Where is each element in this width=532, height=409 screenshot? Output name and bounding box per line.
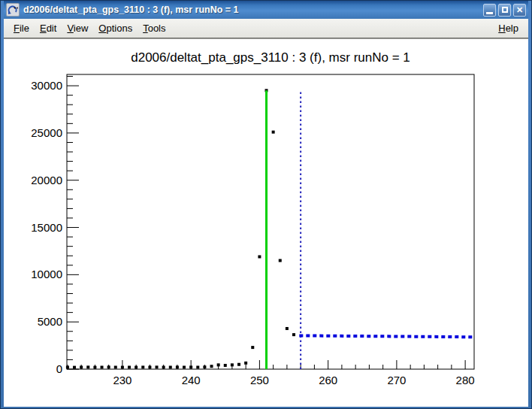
- menu-item-help[interactable]: Help: [493, 20, 524, 36]
- data-point: [272, 131, 275, 134]
- data-point: [183, 365, 186, 368]
- data-point: [121, 366, 124, 369]
- menu-bar: FileEditViewOptionsTools Help: [4, 19, 528, 38]
- plot-title: d2006/deltat_pta_gps_3110 : 3 (f), msr r…: [131, 50, 410, 65]
- menu-items-right: Help: [493, 20, 524, 36]
- x-axis-label: 230: [113, 374, 131, 386]
- maximize-icon: [502, 7, 508, 13]
- minimize-icon: [486, 12, 493, 14]
- data-point: [286, 327, 289, 330]
- data-point: [86, 365, 89, 368]
- data-point: [66, 365, 69, 368]
- title-bar[interactable]: ++ d2006/deltat_pta_gps_3110 : 3 (f), ms…: [4, 1, 528, 19]
- data-point: [162, 366, 165, 369]
- x-axis-label: 250: [250, 374, 269, 386]
- data-point: [258, 255, 261, 258]
- plot-frame: [67, 74, 474, 369]
- x-axis-label: 240: [182, 374, 201, 386]
- data-point: [135, 366, 138, 369]
- plot-canvas[interactable]: d2006/deltat_pta_gps_3110 : 3 (f), msr r…: [4, 38, 528, 407]
- data-point: [169, 365, 172, 368]
- data-point: [251, 346, 254, 349]
- data-point: [224, 364, 227, 367]
- data-point: [107, 365, 110, 368]
- close-button[interactable]: ✕: [513, 4, 526, 17]
- svg-text:++: ++: [14, 5, 18, 10]
- data-point: [203, 365, 206, 368]
- x-axis-label: 260: [319, 374, 337, 386]
- plot-svg: d2006/deltat_pta_gps_3110 : 3 (f), msr r…: [4, 39, 530, 407]
- data-point: [114, 365, 117, 368]
- data-point: [237, 363, 240, 366]
- data-point: [292, 333, 295, 336]
- data-point: [196, 365, 199, 368]
- y-axis-label: 10000: [31, 268, 62, 280]
- data-point: [141, 365, 144, 368]
- menu-items-left: FileEditViewOptionsTools: [8, 20, 171, 36]
- root-canvas-window: ++ d2006/deltat_pta_gps_3110 : 3 (f), ms…: [0, 0, 532, 409]
- data-point: [156, 365, 159, 368]
- menu-item-options[interactable]: Options: [93, 20, 138, 36]
- y-axis-label: 15000: [31, 221, 62, 234]
- data-point: [176, 365, 179, 368]
- maximize-button[interactable]: [498, 4, 511, 17]
- data-point: [93, 366, 96, 369]
- root-app-icon: ++: [6, 3, 20, 17]
- minimize-button[interactable]: [483, 4, 496, 17]
- y-axis-label: 20000: [31, 174, 62, 186]
- menu-item-file[interactable]: File: [8, 20, 35, 36]
- x-axis-label: 280: [456, 374, 475, 386]
- data-point: [73, 366, 76, 369]
- data-point: [80, 365, 83, 368]
- y-axis-label: 25000: [31, 126, 62, 139]
- data-point: [244, 362, 247, 365]
- data-point: [217, 363, 220, 366]
- close-icon: ✕: [516, 5, 523, 16]
- window-title: d2006/deltat_pta_gps_3110 : 3 (f), msr r…: [23, 5, 483, 15]
- menu-item-tools[interactable]: Tools: [138, 20, 171, 36]
- data-point: [210, 365, 213, 368]
- menu-item-edit[interactable]: Edit: [35, 20, 62, 36]
- data-point: [231, 363, 234, 366]
- data-point: [279, 259, 282, 262]
- data-point: [101, 365, 104, 368]
- x-axis-label: 270: [387, 374, 406, 386]
- y-axis-label: 5000: [38, 315, 62, 328]
- data-point: [189, 365, 192, 368]
- data-point: [128, 365, 131, 368]
- data-point: [148, 365, 151, 368]
- background-level-line: [299, 335, 473, 337]
- y-axis-label: 0: [56, 362, 62, 375]
- y-axis-label: 30000: [31, 79, 62, 92]
- menu-item-view[interactable]: View: [62, 20, 93, 36]
